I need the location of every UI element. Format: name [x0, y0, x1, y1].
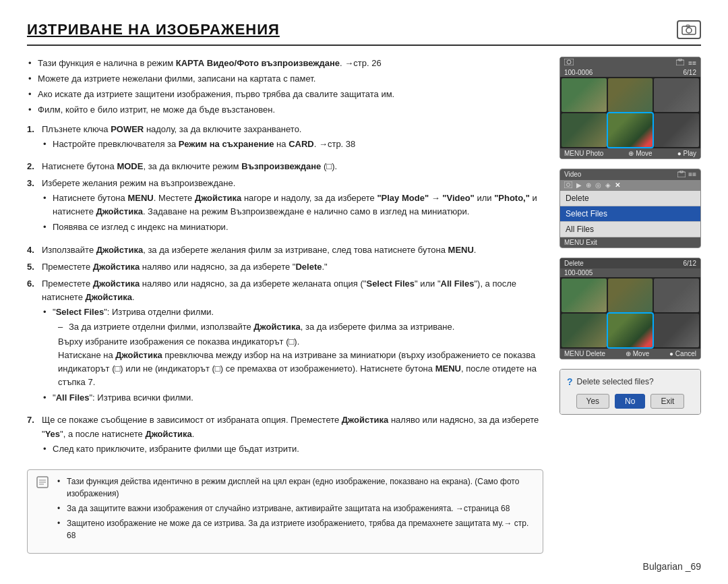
header-row: ИЗТРИВАНЕ НА ИЗОБРАЖЕНИЯ — [27, 20, 701, 46]
screenshot1-bottom-left: MENU Photo — [564, 150, 603, 157]
screenshot3-bottom-center: ⊕ Move — [626, 350, 649, 357]
header-bullet-3: Ако искате да изтриете защитени изображе… — [27, 88, 543, 101]
step-3-sub-2: Появява се изглед с индекс на миниатюри. — [42, 221, 543, 234]
page-title: ИЗТРИВАНЕ НА ИЗОБРАЖЕНИЯ — [27, 21, 280, 38]
page-footer: Bulgarian _69 — [643, 561, 701, 572]
screenshot1-topbar-icon2 — [676, 59, 684, 67]
confirm-question-icon: ? — [567, 376, 573, 387]
del-thumbnail-1 — [562, 279, 607, 312]
screenshot1-bottom-center: ⊕ Move — [628, 150, 652, 157]
step-7-num: 7. — [27, 413, 39, 461]
screenshot2-bottom-label: MENU Exit — [564, 239, 597, 246]
step-7: 7. Ще се покаже съобщение в зависимост о… — [27, 413, 543, 461]
header-bullet-1: Тази функция е налична в режим КАРТА Вид… — [27, 57, 543, 70]
menu-item-delete[interactable]: Delete — [560, 191, 700, 206]
step-1-sub-1: Настройте превключвателя за Режим на съх… — [42, 138, 543, 151]
del-thumbnail-5 — [608, 314, 653, 347]
thumbnail-3 — [654, 78, 699, 112]
step-4-num: 4. — [27, 243, 39, 257]
page: ИЗТРИВАНЕ НА ИЗОБРАЖЕНИЯ Тази функция е … — [0, 0, 728, 584]
confirm-exit-button[interactable]: Exit — [650, 394, 684, 409]
confirm-yes-button[interactable]: Yes — [576, 394, 610, 409]
note-bullet-3: Защитено изображение не може да се изтри… — [56, 517, 535, 542]
step-3: 3. Изберете желания режим на възпроизвеж… — [27, 177, 543, 240]
step-6-sub-1: "Select Files": Изтрива отделни филми. З… — [42, 305, 543, 389]
header-bullet-4: Филм, който е било изтрит, не може да бъ… — [27, 103, 543, 117]
thumbnail-1 — [562, 78, 607, 112]
note-bullet-2: За да защитите важни изображения от случ… — [56, 502, 535, 515]
screenshot2-video-label: Video — [564, 171, 581, 179]
screenshot2-icon-row-active: ✕ — [615, 181, 620, 189]
note-box: Тази функция действа идентично в режим д… — [27, 469, 543, 554]
del-thumbnail-3 — [654, 279, 699, 312]
step-7-content: Ще се покаже съобщение в зависимост от и… — [42, 413, 543, 461]
step-1-sub: Настройте превключвателя за Режим на съх… — [42, 138, 543, 151]
svg-point-8 — [567, 60, 571, 64]
screenshot-thumbnail-grid: ≡≡ 100-0006 6/12 MENU Photo ⊕ — [559, 57, 701, 159]
confirm-no-button[interactable]: No — [615, 394, 645, 409]
thumbnail-6 — [654, 113, 699, 147]
step-4: 4. Използвайте Джойстика, за да изберете… — [27, 243, 543, 257]
confirm-question: ? Delete selected files? — [560, 370, 700, 391]
screenshot3-bottom-right: ● Cancel — [669, 350, 696, 357]
step-6-sub-allfiles: "All Files": Изтрива всички филми. — [42, 391, 543, 405]
screenshot1-count: 6/12 — [684, 69, 696, 76]
svg-point-1 — [686, 28, 692, 33]
note-bullet-1: Тази функция действа идентично в режим д… — [56, 475, 535, 500]
screenshot2-icons-row: ▶ ⊕ ◎ ◈ ✕ — [560, 180, 700, 191]
step-1-num: 1. — [27, 123, 39, 156]
screenshot-confirm: ? Delete selected files? Yes No Exit — [559, 369, 701, 415]
svg-point-14 — [567, 183, 570, 187]
content-area: Тази функция е налична в режим КАРТА Вид… — [27, 57, 701, 554]
step-6-sub-select: За да изтриете отделни филми, използвайт… — [53, 320, 543, 334]
del-thumbnail-4 — [562, 314, 607, 347]
svg-rect-13 — [564, 181, 572, 188]
del-thumbnail-6 — [654, 314, 699, 347]
screenshot2-icon-row-4: ◎ — [595, 181, 601, 189]
camera-icon — [677, 20, 701, 39]
screenshot1-topbar-icon3: ≡≡ — [688, 59, 696, 67]
screenshot2-icon2: ≡≡ — [688, 171, 696, 179]
screenshot1-bottombar: MENU Photo ⊕ Move ● Play — [560, 148, 700, 158]
menu-item-all-files[interactable]: All Files — [560, 222, 700, 237]
step-6: 6. Преместете Джойстика наляво или надяс… — [27, 277, 543, 411]
step-3-content: Изберете желания режим на възпроизвеждан… — [42, 177, 543, 240]
step-1: 1. Плъзнете ключа POWER надолу, за да вк… — [27, 123, 543, 156]
thumbnail-4 — [562, 113, 607, 147]
screenshot2-icon-row-3: ⊕ — [586, 181, 591, 189]
note-bullets: Тази функция действа идентично в режим д… — [56, 475, 535, 542]
screenshot3-file-id: 100-0005 — [564, 269, 593, 276]
step-7-sub-1: След като приключите, избраните филми ще… — [42, 442, 543, 456]
menu-item-select-files[interactable]: Select Files — [560, 206, 700, 222]
screenshot3-bottom-left: MENU Delete — [564, 350, 605, 357]
step-6-indicator: Върху избраните изображения се показва и… — [53, 335, 543, 390]
step-1-content: Плъзнете ключа POWER надолу, за да включ… — [42, 123, 543, 156]
screenshot1-thumbnail-grid — [560, 77, 700, 148]
screenshot1-file-id: 100-0006 — [564, 69, 593, 76]
screenshot2-icon-row-2: ▶ — [576, 181, 582, 189]
screenshot-menu: Video ≡≡ ▶ ⊕ ◎ ◈ ✕ — [559, 169, 701, 248]
main-text: Тази функция е налична в режим КАРТА Вид… — [27, 57, 543, 554]
step-6-num: 6. — [27, 277, 39, 411]
screenshot3-delete-label: Delete — [564, 260, 584, 267]
screenshot2-icon-row-5: ◈ — [605, 181, 611, 189]
step-2-content: Натиснете бутона MODE, за да включите ре… — [42, 160, 543, 173]
screenshot-delete: Delete 6/12 100-0005 MENU Delete — [559, 258, 701, 359]
screenshot3-topbar: Delete 6/12 — [560, 258, 700, 268]
thumbnail-2 — [608, 78, 653, 112]
step-6-sub-select-1: За да изтриете отделни филми, използвайт… — [53, 320, 543, 334]
step-5: 5. Преместете Джойстика наляво или надяс… — [27, 260, 543, 274]
step-6-sub: "Select Files": Изтрива отделни филми. З… — [42, 305, 543, 405]
screenshot3-bottombar: MENU Delete ⊕ Move ● Cancel — [560, 349, 700, 359]
screenshot2-bottom: MENU Exit — [560, 237, 700, 247]
screenshot2-topbar: Video ≡≡ — [560, 169, 700, 180]
confirm-buttons: Yes No Exit — [560, 391, 700, 414]
header-bullets: Тази функция е налична в режим КАРТА Вид… — [27, 57, 543, 117]
note-icon — [36, 475, 49, 548]
screenshot3-count: 6/12 — [684, 260, 696, 267]
step-2: 2. Натиснете бутона MODE, за да включите… — [27, 160, 543, 173]
screenshot2-icon-row-1 — [564, 181, 572, 189]
confirm-question-text: Delete selected files? — [577, 377, 654, 386]
step-6-content: Преместете Джойстика наляво или надясно,… — [42, 277, 543, 411]
step-7-sub: След като приключите, избраните филми ще… — [42, 442, 543, 456]
